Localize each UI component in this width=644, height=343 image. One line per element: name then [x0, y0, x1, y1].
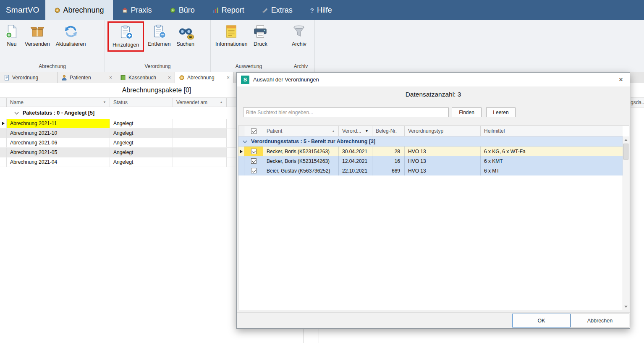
beleg-cell: 28: [372, 147, 405, 156]
row-checkbox[interactable]: [251, 158, 257, 164]
menu-item-abrechnung[interactable]: Abrechnung: [45, 0, 113, 20]
vertical-scrollbar[interactable]: [623, 136, 629, 310]
typ-cell: HVO 13: [405, 147, 481, 156]
datum-cell: 22.10.2021: [339, 166, 372, 175]
package-status-cell: Angelegt: [110, 148, 173, 157]
suchen-button[interactable]: ID Suchen: [173, 22, 197, 49]
versenden-button[interactable]: Versenden: [22, 22, 53, 49]
verordnung-row[interactable]: Becker, Boris (K523154263) 30.04.2021 28…: [238, 147, 623, 156]
row-checkbox[interactable]: [251, 168, 257, 173]
aktualisieren-button[interactable]: Aktualisieren: [53, 22, 89, 49]
toolbar-group-abrechnung: Neu Versenden Aktualisieren Abrechnung: [0, 20, 105, 72]
sort-ascending-icon: ▲: [332, 129, 335, 133]
tab-abrechnung[interactable]: Abrechnung ×: [175, 72, 234, 83]
background-divider: [303, 329, 304, 343]
package-status-cell: Angelegt: [110, 138, 173, 147]
scroll-up-button[interactable]: [623, 136, 629, 143]
column-header-name[interactable]: Name ▼: [7, 98, 110, 107]
id-badge-icon: ID: [187, 34, 194, 39]
select-all-checkbox[interactable]: [251, 128, 257, 134]
column-header-status[interactable]: Status: [110, 98, 173, 107]
hinzufuegen-button[interactable]: Hinzufügen: [110, 23, 142, 50]
current-row-icon: [2, 122, 5, 125]
column-header-patient[interactable]: Patient ▲: [263, 126, 339, 136]
column-header-versendet-am[interactable]: Versendet am ▲: [173, 98, 227, 107]
heilmittel-cell: 6 x KMT: [481, 156, 623, 166]
verordnung-row[interactable]: Beier, Gustav (K563736252) 22.10.2021 66…: [238, 166, 623, 175]
column-header-verordnungsdatum[interactable]: Verord... ▼: [339, 126, 372, 136]
report-menu-icon: [212, 7, 219, 13]
verordnung-row[interactable]: Becker, Boris (K523154263) 12.04.2021 16…: [238, 156, 623, 166]
menu-item-extras[interactable]: Extras: [253, 0, 301, 20]
app-title: SmartVO: [0, 0, 45, 20]
row-indicator-column: [238, 126, 244, 136]
clipboard-remove-icon: [152, 24, 166, 39]
scroll-down-button[interactable]: [623, 303, 629, 310]
collapse-icon[interactable]: [243, 139, 247, 143]
patient-cell: Becker, Boris (K523154263): [263, 147, 339, 156]
toolbar-group-label: Verordnung: [105, 62, 210, 72]
druck-button[interactable]: Druck: [250, 22, 270, 49]
neu-button[interactable]: Neu: [2, 22, 22, 49]
row-checkbox[interactable]: [251, 149, 257, 154]
tab-close-icon[interactable]: ×: [227, 75, 230, 80]
dialog-titlebar[interactable]: S Auswahl der Verordnungen ×: [237, 73, 630, 86]
clear-button[interactable]: Leeren: [486, 107, 516, 117]
menu-item-report[interactable]: Report: [204, 0, 253, 20]
toolbar-group-label: Auswertung: [211, 62, 287, 72]
beleg-cell: 16: [372, 156, 405, 166]
menu-item-label: Report: [222, 6, 244, 15]
hinzufuegen-highlight-box: Hinzufügen: [107, 21, 144, 52]
tab-patienten[interactable]: Patienten ×: [58, 72, 116, 83]
tab-close-icon[interactable]: ×: [168, 75, 171, 80]
group-header-label: Verordnungsstatus : 5 - Bereit zur Abrec…: [251, 139, 375, 144]
scroll-thumb[interactable]: [623, 144, 628, 160]
informationen-button[interactable]: Informationen: [212, 22, 250, 49]
package-versendet-cell: [173, 148, 227, 157]
record-count-label: Datensatzanzahl: 3: [237, 91, 630, 98]
menu-item-label: Büro: [179, 6, 195, 15]
close-button[interactable]: ×: [614, 73, 628, 86]
binoculars-icon: ID: [178, 24, 193, 39]
toolbar-group-label: Archiv: [287, 62, 314, 72]
menu-item-praxis[interactable]: Praxis: [113, 0, 161, 20]
filter-dropdown-icon[interactable]: ▼: [103, 100, 106, 104]
tab-close-icon[interactable]: ×: [109, 75, 112, 80]
package-name-cell: Abrechnung 2021-11: [7, 119, 110, 128]
filter-icon[interactable]: ▼: [365, 129, 369, 133]
find-button[interactable]: Finden: [452, 107, 482, 117]
archiv-button[interactable]: Archiv: [289, 22, 309, 49]
ok-button[interactable]: OK: [512, 314, 571, 327]
tab-label: Verordnung: [12, 75, 38, 81]
funnel-icon: [292, 24, 306, 39]
dialog-footer: OK Abbrechen: [237, 312, 630, 328]
dialog-title: Auswahl der Verordnungen: [253, 76, 319, 83]
coin-icon: [179, 75, 185, 81]
tab-kassenbuch[interactable]: Kassenbuch ×: [116, 72, 175, 83]
new-document-icon: [5, 24, 19, 39]
app-icon: S: [241, 76, 249, 84]
scroll-down-icon: [624, 306, 628, 308]
column-header-verordnungstyp[interactable]: Verordnungstyp: [405, 126, 481, 136]
tab-label: Abrechnung: [187, 75, 215, 81]
cancel-button[interactable]: Abbrechen: [571, 314, 629, 327]
tab-verordnung[interactable]: Verordnung: [0, 72, 58, 83]
package-status-cell: Angelegt: [110, 128, 173, 138]
package-name-cell: Abrechnung 2021-10: [7, 128, 110, 138]
column-header-beleg-nr[interactable]: Beleg-Nr.: [372, 126, 405, 136]
collapse-icon[interactable]: [15, 110, 19, 115]
menu-item-buero[interactable]: Büro: [161, 0, 204, 20]
group-header-label: Paketstatus : 0 - Angelegt [5]: [23, 110, 94, 116]
verordnung-group-row[interactable]: Verordnungsstatus : 5 - Bereit zur Abrec…: [238, 136, 623, 147]
column-header-heilmittel[interactable]: Heilmittel: [481, 126, 623, 136]
toolbar-group-auswertung: Informationen Druck Auswertung: [211, 20, 287, 72]
refresh-icon: [64, 24, 78, 39]
ribbon-toolbar: Neu Versenden Aktualisieren Abrechnung: [0, 20, 644, 72]
heilmittel-cell: 6 x MT: [481, 166, 623, 175]
package-status-cell: Angelegt: [110, 157, 173, 167]
extras-menu-icon: [262, 7, 268, 13]
tab-label: Kassenbuch: [128, 75, 156, 81]
menu-item-hilfe[interactable]: ? Hilfe: [301, 0, 341, 20]
search-input[interactable]: [243, 107, 449, 117]
entfernen-button[interactable]: Entfernen: [145, 22, 173, 49]
